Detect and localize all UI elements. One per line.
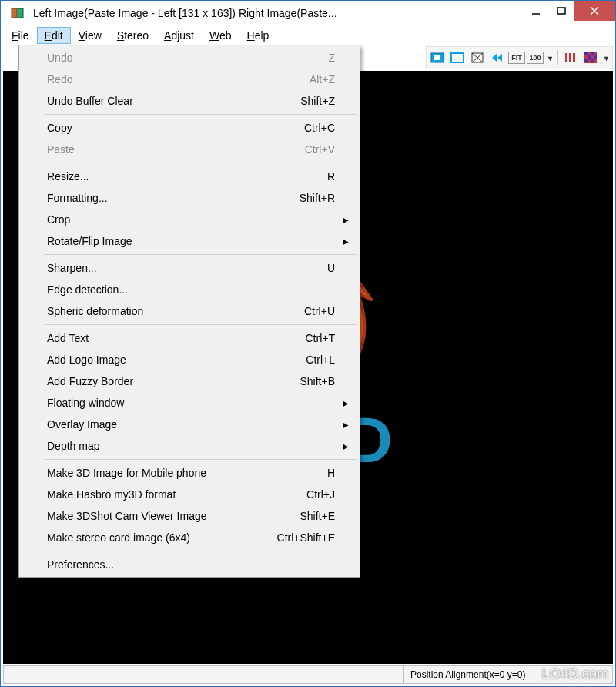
menu-separator <box>44 114 357 115</box>
menuitem-label: Overlay Image <box>47 418 117 431</box>
menuitem-label: Make stereo card image (6x4) <box>47 531 190 544</box>
fit-button[interactable]: FIT <box>508 52 525 64</box>
menuitem-label: Crop <box>47 213 70 226</box>
checker-icon[interactable] <box>581 49 600 66</box>
menuitem-rotate-flip-image[interactable]: Rotate/Flip Image▶ <box>21 230 358 252</box>
menuitem-resize[interactable]: Resize...R <box>21 166 358 187</box>
menu-edit[interactable]: Edit <box>37 27 71 44</box>
menuitem-shortcut: Alt+Z <box>310 73 335 85</box>
menuitem-formatting[interactable]: Formatting...Shift+R <box>21 187 358 209</box>
svg-rect-1 <box>18 8 23 18</box>
menuitem-copy[interactable]: CopyCtrl+C <box>21 117 358 139</box>
svg-rect-19 <box>591 52 594 55</box>
pattern-dropdown-icon[interactable]: ▾ <box>601 49 611 66</box>
menu-separator <box>44 324 357 325</box>
menu-web[interactable]: Web <box>202 27 239 44</box>
menuitem-spheric-deformation[interactable]: Spheric deformationCtrl+U <box>21 300 358 322</box>
menu-separator <box>44 163 357 163</box>
menuitem-label: Depth map <box>47 440 99 452</box>
menuitem-shortcut: Shift+Z <box>300 95 335 107</box>
menuitem-make-3dshot-cam-viewer-image[interactable]: Make 3DShot Cam Viewer ImageShift+E <box>21 505 358 527</box>
close-button[interactable] <box>574 1 615 21</box>
menuitem-label: Undo Buffer Clear <box>47 95 133 107</box>
menuitem-crop[interactable]: Crop▶ <box>21 209 358 230</box>
menuitem-redo: RedoAlt+Z <box>21 69 358 90</box>
fullscreen-icon[interactable] <box>468 49 487 66</box>
menuitem-edge-detection[interactable]: Edge detection... <box>21 279 358 300</box>
submenu-arrow-icon: ▶ <box>343 442 349 451</box>
menuitem-add-logo-image[interactable]: Add Logo ImageCtrl+L <box>21 349 358 370</box>
menuitem-label: Preferences... <box>47 558 114 571</box>
menuitem-shortcut: Shift+R <box>300 192 335 204</box>
maximize-button[interactable] <box>549 1 574 21</box>
menuitem-label: Edge detection... <box>47 283 128 296</box>
menu-adjust[interactable]: Adjust <box>156 27 202 44</box>
menuitem-label: Copy <box>47 122 72 134</box>
menuitem-make-stereo-card-image-6x4[interactable]: Make stereo card image (6x4)Ctrl+Shift+E <box>21 527 358 548</box>
menuitem-shortcut: U <box>327 262 335 274</box>
menu-separator <box>44 254 357 255</box>
menuitem-floating-window[interactable]: Floating window▶ <box>21 392 358 414</box>
submenu-arrow-icon: ▶ <box>343 399 349 407</box>
toolbar-separator <box>557 50 558 65</box>
svg-rect-21 <box>594 55 597 59</box>
zoom-dropdown-icon[interactable]: ▾ <box>545 49 554 66</box>
menuitem-preferences[interactable]: Preferences... <box>21 554 358 575</box>
svg-rect-18 <box>584 52 588 55</box>
menuitem-label: Rotate/Flip Image <box>47 235 132 247</box>
svg-rect-23 <box>591 59 594 62</box>
svg-rect-3 <box>557 8 565 14</box>
menuitem-label: Spheric deformation <box>47 305 143 317</box>
menuitem-label: Undo <box>47 52 72 64</box>
submenu-arrow-icon: ▶ <box>343 421 349 429</box>
menuitem-add-fuzzy-border[interactable]: Add Fuzzy BorderShift+B <box>21 370 358 392</box>
submenu-arrow-icon: ▶ <box>343 216 349 224</box>
minimize-button[interactable] <box>523 1 549 21</box>
menuitem-depth-map[interactable]: Depth map▶ <box>21 435 358 457</box>
menuitem-label: Paste <box>47 143 75 156</box>
menuitem-shortcut: Shift+E <box>300 510 335 522</box>
menuitem-label: Add Text <box>47 332 89 344</box>
app-icon <box>7 2 28 24</box>
menuitem-label: Add Logo Image <box>47 354 126 366</box>
menuitem-label: Redo <box>47 73 72 85</box>
menu-help[interactable]: Help <box>239 27 277 44</box>
view-mode-b-icon[interactable] <box>448 49 467 66</box>
view-mode-a-icon[interactable] <box>428 49 447 66</box>
menuitem-shortcut: H <box>327 467 335 479</box>
menu-separator <box>44 551 357 551</box>
watermark: LO4D.com <box>542 666 608 682</box>
menuitem-overlay-image[interactable]: Overlay Image▶ <box>21 414 358 435</box>
menuitem-undo-buffer-clear[interactable]: Undo Buffer ClearShift+Z <box>21 90 358 112</box>
menuitem-label: Formatting... <box>47 192 108 204</box>
svg-rect-7 <box>434 55 440 60</box>
svg-rect-22 <box>584 59 588 62</box>
svg-rect-0 <box>12 8 17 18</box>
edit-menu-dropdown: UndoZRedoAlt+ZUndo Buffer ClearShift+ZCo… <box>18 45 360 578</box>
menuitem-shortcut: R <box>327 170 335 183</box>
stripes-icon[interactable] <box>561 49 580 66</box>
menuitem-make-hasbro-my3d-format[interactable]: Make Hasbro my3D formatCtrl+J <box>21 484 358 505</box>
menuitem-sharpen[interactable]: Sharpen...U <box>21 257 358 279</box>
menubar: FileEditViewStereoAdjustWebHelp <box>1 25 615 45</box>
menuitem-shortcut: Z <box>328 52 335 64</box>
menu-view[interactable]: View <box>71 27 109 44</box>
menuitem-add-text[interactable]: Add TextCtrl+T <box>21 327 358 349</box>
menuitem-make-3d-image-for-mobile-phone[interactable]: Make 3D Image for Mobile phoneH <box>21 462 358 484</box>
menuitem-label: Floating window <box>47 397 124 409</box>
menuitem-label: Make 3DShot Cam Viewer Image <box>47 510 207 522</box>
menuitem-shortcut: Ctrl+V <box>305 143 335 156</box>
menuitem-label: Make 3D Image for Mobile phone <box>47 467 206 479</box>
menuitem-shortcut: Ctrl+C <box>304 122 335 134</box>
menuitem-label: Resize... <box>47 170 89 183</box>
rewind-icon[interactable] <box>488 49 507 66</box>
menuitem-shortcut: Ctrl+U <box>304 305 335 317</box>
zoom-100-button[interactable]: 100 <box>527 52 544 64</box>
svg-rect-8 <box>451 53 464 62</box>
svg-rect-14 <box>565 53 567 62</box>
menu-separator <box>44 459 357 460</box>
menuitem-paste: PasteCtrl+V <box>21 139 358 160</box>
menu-stereo[interactable]: Stereo <box>109 27 156 44</box>
svg-rect-20 <box>588 55 591 59</box>
menu-file[interactable]: File <box>4 27 37 44</box>
